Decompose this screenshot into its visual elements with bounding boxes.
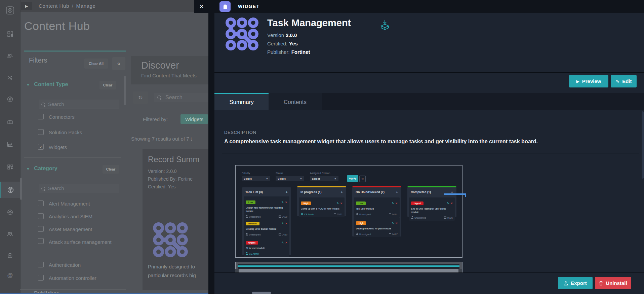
filter-option-attack-surface[interactable]: Attack surface management [38, 238, 118, 246]
edit-task-icon: ✎ [447, 202, 449, 205]
breadcrumb-manage: Manage [76, 3, 96, 9]
filter-chip-widgets[interactable]: Widgets [180, 114, 208, 124]
refresh-button[interactable]: ↻ [133, 91, 148, 104]
divider [238, 184, 459, 184]
task-card: Low ✎✕ Design new framework for reportin… [244, 196, 289, 220]
board-filter-label: Priority [242, 172, 250, 175]
task-card: Urgent ✎✕ End to End Testing for user gr… [409, 197, 455, 221]
breadcrumb-separator: / [69, 3, 76, 9]
category-clear-button[interactable]: Clear [103, 165, 119, 174]
content-type-clear-button[interactable]: Clear [99, 81, 116, 89]
results-count: Showing 7 results out of 7 t [131, 136, 192, 142]
checkbox[interactable] [38, 275, 44, 281]
content-scrollbar[interactable] [642, 111, 644, 179]
help-icon[interactable]: @ [0, 268, 20, 283]
modal-header: Task Management Version2.0.0 Certified:Y… [214, 13, 644, 72]
checkbox[interactable] [38, 200, 44, 206]
reports-icon[interactable] [0, 137, 20, 152]
content-type-section-header[interactable]: ▼ Content Type [26, 81, 68, 87]
tab-contents[interactable]: Contents [269, 93, 322, 110]
checkbox[interactable] [38, 129, 44, 135]
task-card: Low ✎✕ Test user module Unassigned 04/01 [354, 197, 400, 217]
cases-icon[interactable] [0, 114, 20, 130]
person-icon [246, 252, 248, 255]
checkbox[interactable] [38, 114, 44, 119]
priority-badge: Urgent [246, 241, 258, 245]
modal-toolbar: ▶ Preview ✎ Edit [214, 72, 644, 94]
filter-option-authentication[interactable]: Authentication [38, 262, 81, 268]
checkbox[interactable] [38, 226, 44, 232]
tab-summary[interactable]: Summary [214, 93, 269, 110]
app-logo-icon[interactable] [0, 3, 20, 18]
collapse-filters-button[interactable]: « [112, 57, 125, 70]
add-task-icon: + [396, 190, 398, 194]
delete-task-icon: ✕ [285, 222, 287, 225]
filter-option-widgets[interactable]: ✓ Widgets [38, 144, 67, 150]
delete-task-icon: ✕ [285, 241, 287, 244]
delete-task-icon: ✕ [450, 202, 453, 205]
breadcrumb: Content Hub/Manage [39, 3, 95, 9]
chevron-down-icon: ▼ [26, 167, 30, 171]
checkbox[interactable] [38, 213, 44, 219]
edit-task-icon: ✎ [392, 222, 394, 225]
priority-badge: Urgent [411, 201, 424, 205]
edit-button[interactable]: ✎ Edit [611, 75, 637, 87]
horizontal-scrollbar[interactable] [235, 269, 462, 272]
description-text: A comprehensive task management widget t… [224, 139, 538, 145]
divider [374, 19, 374, 31]
assets-icon[interactable] [0, 248, 20, 263]
widgets-icon[interactable] [0, 159, 20, 175]
content-type-search-input[interactable] [39, 100, 119, 109]
queues-icon[interactable] [0, 48, 20, 63]
dashboard-icon[interactable] [0, 26, 20, 42]
caret-down-icon: ▼ [300, 178, 302, 180]
modal-horizontal-scrollbar[interactable] [252, 292, 271, 294]
edit-task-icon: ✎ [282, 241, 284, 244]
playbooks-icon[interactable] [0, 91, 20, 107]
filter-option-automation-controller[interactable]: Automation controller [38, 275, 96, 281]
export-button[interactable]: Export [558, 277, 593, 289]
settings-icon[interactable] [0, 205, 20, 220]
pencil-icon: ✎ [615, 79, 619, 84]
widget-rings-icon [224, 17, 260, 51]
filters-scrollbar[interactable] [124, 76, 126, 105]
filter-option-asset-management[interactable]: Asset Management [38, 226, 92, 232]
modal-footer: Export Uninstall [214, 272, 644, 294]
install-package-icon[interactable] [378, 19, 391, 31]
filter-option-connectors[interactable]: Connectors [38, 114, 75, 120]
checkbox-checked[interactable]: ✓ [38, 144, 44, 150]
preview-button[interactable]: ▶ Preview [569, 75, 608, 87]
summary-tab-content: DESCRIPTION A comprehensive task managem… [214, 110, 644, 272]
uninstall-button[interactable]: Uninstall [595, 277, 631, 289]
calendar-icon [389, 213, 391, 215]
breadcrumb-content-hub[interactable]: Content Hub [39, 3, 69, 9]
close-modal-button[interactable]: ✕ [194, 0, 209, 13]
task-card: High ✎✕ Develop backend for plan module … [354, 217, 400, 237]
edit-task-icon: ✎ [392, 202, 394, 205]
widget-detail-modal: WIDGET Task Management [208, 0, 644, 294]
category-search[interactable] [39, 184, 119, 193]
users-icon[interactable] [0, 226, 20, 242]
nav-expand-button[interactable]: ▶ [21, 2, 32, 10]
checkbox[interactable] [38, 238, 44, 244]
preview-image-taskboard: Priority Select▼ Status Select▼ Assigned… [235, 165, 462, 258]
category-section-header[interactable]: ▼ Category [26, 166, 57, 172]
category-search-input[interactable] [39, 184, 119, 193]
filter-option-alert-management[interactable]: Alert Management [38, 200, 90, 207]
filter-option-solution-packs[interactable]: Solution Packs [38, 129, 82, 136]
widget-certified: Certified:Yes [267, 41, 298, 46]
kanban-column-in-progress: In progress (1)+ High ✎✕ Come up with a … [297, 186, 346, 216]
divider [24, 157, 121, 158]
board-priority-select: Select▼ [242, 176, 270, 181]
flows-icon[interactable] [0, 70, 20, 85]
category-scrollbar[interactable] [20, 178, 22, 200]
export-icon [564, 281, 568, 286]
discover-title: Discover [141, 60, 179, 71]
divider [20, 289, 126, 290]
clear-all-button[interactable]: Clear All [84, 59, 108, 69]
filter-option-analytics-siem[interactable]: Analytics and SIEM [38, 213, 92, 220]
content-type-search[interactable] [39, 100, 119, 109]
content-hub-icon[interactable] [0, 182, 20, 198]
checkbox[interactable] [38, 262, 44, 267]
kanban-column-completed: Completed (1)+ Urgent ✎✕ End to End Test… [407, 186, 456, 217]
